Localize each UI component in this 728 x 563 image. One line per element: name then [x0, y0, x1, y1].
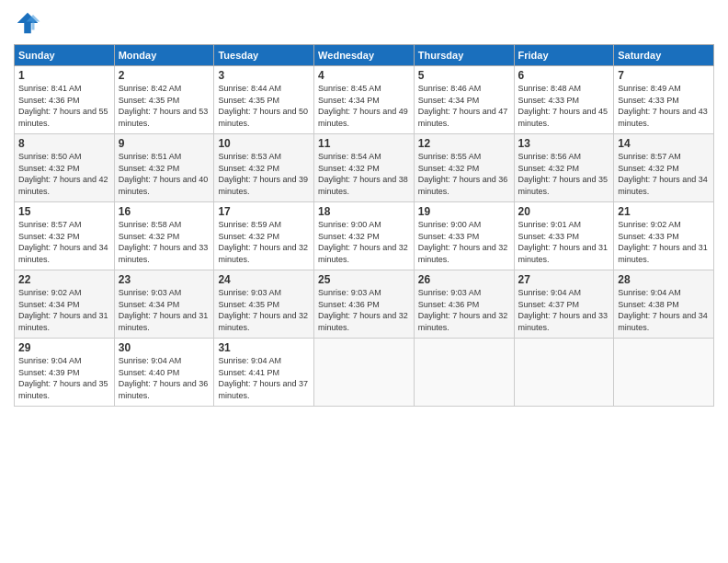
week-row-2: 8Sunrise: 8:50 AMSunset: 4:32 PMDaylight…	[15, 134, 714, 202]
day-info: Sunrise: 9:01 AMSunset: 4:33 PMDaylight:…	[518, 219, 610, 265]
day-info: Sunrise: 9:04 AMSunset: 4:41 PMDaylight:…	[218, 355, 310, 401]
day-number: 14	[618, 137, 710, 150]
day-cell: 27Sunrise: 9:04 AMSunset: 4:37 PMDayligh…	[514, 270, 614, 339]
logo-icon	[14, 9, 41, 37]
day-info: Sunrise: 9:04 AMSunset: 4:39 PMDaylight:…	[18, 355, 110, 401]
day-info: Sunrise: 9:03 AMSunset: 4:35 PMDaylight:…	[218, 287, 310, 333]
day-number: 29	[18, 341, 110, 354]
day-cell: 10Sunrise: 8:53 AMSunset: 4:32 PMDayligh…	[214, 134, 314, 202]
day-cell: 18Sunrise: 9:00 AMSunset: 4:32 PMDayligh…	[314, 202, 415, 270]
day-info: Sunrise: 8:54 AMSunset: 4:32 PMDaylight:…	[318, 151, 410, 197]
col-header-thursday: Thursday	[414, 45, 514, 66]
day-number: 15	[18, 205, 110, 218]
day-cell: 21Sunrise: 9:02 AMSunset: 4:33 PMDayligh…	[614, 202, 714, 270]
day-info: Sunrise: 8:58 AMSunset: 4:32 PMDaylight:…	[119, 219, 210, 265]
day-info: Sunrise: 9:03 AMSunset: 4:34 PMDaylight:…	[119, 287, 210, 333]
day-cell: 3Sunrise: 8:44 AMSunset: 4:35 PMDaylight…	[214, 66, 314, 134]
day-number: 22	[18, 273, 110, 286]
day-number: 26	[418, 273, 510, 286]
day-number: 16	[119, 205, 210, 218]
day-info: Sunrise: 9:03 AMSunset: 4:36 PMDaylight:…	[318, 287, 410, 333]
day-cell: 25Sunrise: 9:03 AMSunset: 4:36 PMDayligh…	[314, 270, 415, 339]
day-info: Sunrise: 8:56 AMSunset: 4:32 PMDaylight:…	[518, 151, 610, 197]
week-row-3: 15Sunrise: 8:57 AMSunset: 4:32 PMDayligh…	[15, 202, 714, 270]
day-number: 13	[518, 137, 610, 150]
day-info: Sunrise: 9:04 AMSunset: 4:40 PMDaylight:…	[119, 355, 210, 401]
day-number: 8	[18, 137, 110, 150]
day-number: 7	[618, 69, 710, 82]
day-cell: 1Sunrise: 8:41 AMSunset: 4:36 PMDaylight…	[15, 66, 115, 134]
svg-marker-0	[17, 13, 39, 34]
day-number: 4	[318, 69, 410, 82]
day-cell: 19Sunrise: 9:00 AMSunset: 4:33 PMDayligh…	[414, 202, 514, 270]
day-info: Sunrise: 9:00 AMSunset: 4:32 PMDaylight:…	[318, 219, 410, 265]
logo	[14, 9, 45, 37]
day-cell: 12Sunrise: 8:55 AMSunset: 4:32 PMDayligh…	[414, 134, 514, 202]
day-cell: 4Sunrise: 8:45 AMSunset: 4:34 PMDaylight…	[314, 66, 415, 134]
day-cell	[314, 339, 415, 407]
day-info: Sunrise: 8:46 AMSunset: 4:34 PMDaylight:…	[418, 83, 510, 129]
col-header-friday: Friday	[514, 45, 614, 66]
day-number: 27	[518, 273, 610, 286]
day-cell: 31Sunrise: 9:04 AMSunset: 4:41 PMDayligh…	[214, 339, 314, 407]
day-info: Sunrise: 8:45 AMSunset: 4:34 PMDaylight:…	[318, 83, 410, 129]
day-cell: 30Sunrise: 9:04 AMSunset: 4:40 PMDayligh…	[114, 339, 214, 407]
day-cell: 2Sunrise: 8:42 AMSunset: 4:35 PMDaylight…	[114, 66, 214, 134]
day-number: 31	[218, 341, 310, 354]
col-header-saturday: Saturday	[614, 45, 714, 66]
day-number: 3	[218, 69, 310, 82]
day-info: Sunrise: 8:55 AMSunset: 4:32 PMDaylight:…	[418, 151, 510, 197]
day-cell: 8Sunrise: 8:50 AMSunset: 4:32 PMDaylight…	[15, 134, 115, 202]
week-row-5: 29Sunrise: 9:04 AMSunset: 4:39 PMDayligh…	[15, 339, 714, 407]
day-cell: 23Sunrise: 9:03 AMSunset: 4:34 PMDayligh…	[114, 270, 214, 339]
day-cell: 6Sunrise: 8:48 AMSunset: 4:33 PMDaylight…	[514, 66, 614, 134]
day-cell: 7Sunrise: 8:49 AMSunset: 4:33 PMDaylight…	[614, 66, 714, 134]
day-cell: 26Sunrise: 9:03 AMSunset: 4:36 PMDayligh…	[414, 270, 514, 339]
day-info: Sunrise: 8:48 AMSunset: 4:33 PMDaylight:…	[518, 83, 610, 129]
day-info: Sunrise: 8:50 AMSunset: 4:32 PMDaylight:…	[18, 151, 110, 197]
day-cell: 16Sunrise: 8:58 AMSunset: 4:32 PMDayligh…	[114, 202, 214, 270]
day-info: Sunrise: 8:57 AMSunset: 4:32 PMDaylight:…	[18, 219, 110, 265]
page-container: SundayMondayTuesdayWednesdayThursdayFrid…	[0, 0, 728, 416]
header-row: SundayMondayTuesdayWednesdayThursdayFrid…	[15, 45, 714, 66]
day-info: Sunrise: 8:57 AMSunset: 4:32 PMDaylight:…	[618, 151, 710, 197]
day-cell: 15Sunrise: 8:57 AMSunset: 4:32 PMDayligh…	[15, 202, 115, 270]
col-header-wednesday: Wednesday	[314, 45, 415, 66]
day-cell: 14Sunrise: 8:57 AMSunset: 4:32 PMDayligh…	[614, 134, 714, 202]
day-number: 18	[318, 205, 410, 218]
day-number: 10	[218, 137, 310, 150]
day-cell: 22Sunrise: 9:02 AMSunset: 4:34 PMDayligh…	[15, 270, 115, 339]
day-info: Sunrise: 9:04 AMSunset: 4:38 PMDaylight:…	[618, 287, 710, 333]
week-row-1: 1Sunrise: 8:41 AMSunset: 4:36 PMDaylight…	[15, 66, 714, 134]
day-cell: 24Sunrise: 9:03 AMSunset: 4:35 PMDayligh…	[214, 270, 314, 339]
header	[14, 9, 714, 37]
day-cell	[414, 339, 514, 407]
day-number: 19	[418, 205, 510, 218]
day-info: Sunrise: 9:02 AMSunset: 4:33 PMDaylight:…	[618, 219, 710, 265]
day-number: 6	[518, 69, 610, 82]
day-cell: 5Sunrise: 8:46 AMSunset: 4:34 PMDaylight…	[414, 66, 514, 134]
col-header-tuesday: Tuesday	[214, 45, 314, 66]
col-header-sunday: Sunday	[15, 45, 115, 66]
day-cell: 17Sunrise: 8:59 AMSunset: 4:32 PMDayligh…	[214, 202, 314, 270]
day-info: Sunrise: 8:53 AMSunset: 4:32 PMDaylight:…	[218, 151, 310, 197]
day-number: 5	[418, 69, 510, 82]
day-number: 17	[218, 205, 310, 218]
day-cell: 29Sunrise: 9:04 AMSunset: 4:39 PMDayligh…	[15, 339, 115, 407]
day-number: 23	[119, 273, 210, 286]
day-number: 28	[618, 273, 710, 286]
day-info: Sunrise: 8:42 AMSunset: 4:35 PMDaylight:…	[119, 83, 210, 129]
day-info: Sunrise: 9:03 AMSunset: 4:36 PMDaylight:…	[418, 287, 510, 333]
day-cell: 13Sunrise: 8:56 AMSunset: 4:32 PMDayligh…	[514, 134, 614, 202]
day-info: Sunrise: 9:04 AMSunset: 4:37 PMDaylight:…	[518, 287, 610, 333]
day-number: 30	[119, 341, 210, 354]
day-cell: 9Sunrise: 8:51 AMSunset: 4:32 PMDaylight…	[114, 134, 214, 202]
day-info: Sunrise: 8:44 AMSunset: 4:35 PMDaylight:…	[218, 83, 310, 129]
day-cell: 11Sunrise: 8:54 AMSunset: 4:32 PMDayligh…	[314, 134, 415, 202]
week-row-4: 22Sunrise: 9:02 AMSunset: 4:34 PMDayligh…	[15, 270, 714, 339]
day-info: Sunrise: 9:00 AMSunset: 4:33 PMDaylight:…	[418, 219, 510, 265]
day-info: Sunrise: 8:49 AMSunset: 4:33 PMDaylight:…	[618, 83, 710, 129]
day-info: Sunrise: 8:59 AMSunset: 4:32 PMDaylight:…	[218, 219, 310, 265]
day-info: Sunrise: 9:02 AMSunset: 4:34 PMDaylight:…	[18, 287, 110, 333]
day-number: 11	[318, 137, 410, 150]
